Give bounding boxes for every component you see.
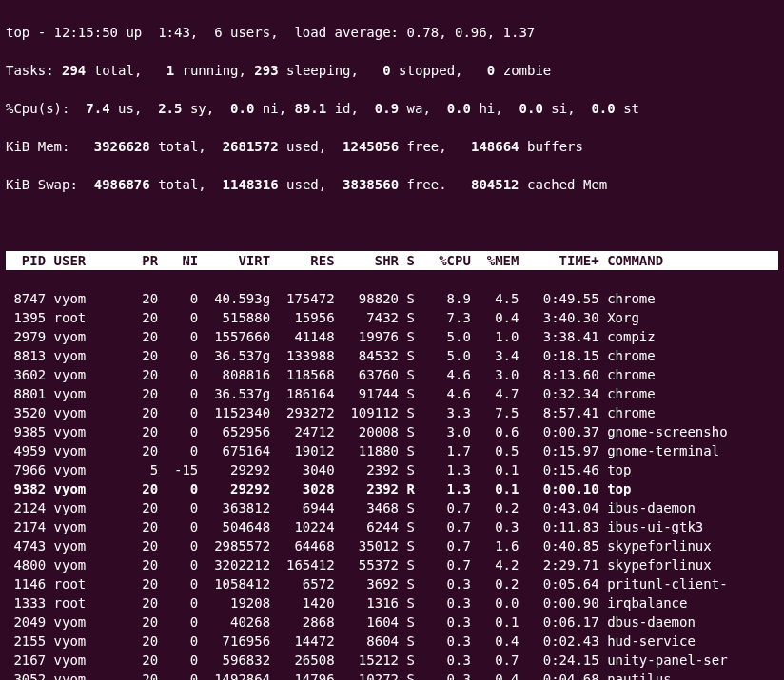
summary-line-tasks: Tasks: 294 total, 1 running, 293 sleepin… [6,61,778,80]
summary-line-top: top - 12:15:50 up 1:43, 6 users, load av… [6,23,778,42]
process-row: 2167 vyom 20 0 596832 26508 15212 S 0.3 … [6,651,778,670]
process-row: 3052 vyom 20 0 1492864 14796 10272 S 0.3… [6,670,778,680]
process-row: 2979 vyom 20 0 1557660 41148 19976 S 5.0… [6,327,778,346]
process-table-body: 8747 vyom 20 0 40.593g 175472 98820 S 8.… [6,289,778,680]
process-row: 8813 vyom 20 0 36.537g 133988 84532 S 5.… [6,346,778,365]
process-row: 2049 vyom 20 0 40268 2868 1604 S 0.3 0.1… [6,612,778,631]
summary-line-cpu: %Cpu(s): 7.4 us, 2.5 sy, 0.0 ni, 89.1 id… [6,99,778,118]
process-row: 4800 vyom 20 0 3202212 165412 55372 S 0.… [6,555,778,574]
process-row: 3520 vyom 20 0 1152340 293272 109112 S 3… [6,403,778,422]
process-row: 9385 vyom 20 0 652956 24712 20008 S 3.0 … [6,422,778,441]
process-row: 9382 vyom 20 0 29292 3028 2392 R 1.3 0.1… [6,479,778,498]
process-row: 1395 root 20 0 515880 15956 7432 S 7.3 0… [6,308,778,327]
blank-line [6,213,778,232]
process-row: 8747 vyom 20 0 40.593g 175472 98820 S 8.… [6,289,778,308]
process-row: 3602 vyom 20 0 808816 118568 63760 S 4.6… [6,365,778,384]
process-table-header: PID USER PR NI VIRT RES SHR S %CPU %MEM … [6,251,778,270]
summary-line-swap: KiB Swap: 4986876 total, 1148316 used, 3… [6,175,778,194]
process-row: 2174 vyom 20 0 504648 10224 6244 S 0.7 0… [6,517,778,536]
process-row: 7966 vyom 5 -15 29292 3040 2392 S 1.3 0.… [6,460,778,479]
process-row: 2155 vyom 20 0 716956 14472 8604 S 0.3 0… [6,631,778,651]
process-row: 1146 root 20 0 1058412 6572 3692 S 0.3 0… [6,574,778,593]
process-row: 1333 root 20 0 19208 1420 1316 S 0.3 0.0… [6,593,778,612]
summary-line-mem: KiB Mem: 3926628 total, 2681572 used, 12… [6,137,778,156]
process-row: 4959 vyom 20 0 675164 19012 11880 S 1.7 … [6,441,778,460]
process-row: 4743 vyom 20 0 2985572 64468 35012 S 0.7… [6,536,778,555]
terminal-output: top - 12:15:50 up 1:43, 6 users, load av… [0,0,784,680]
process-row: 2124 vyom 20 0 363812 6944 3468 S 0.7 0.… [6,498,778,517]
process-row: 8801 vyom 20 0 36.537g 186164 91744 S 4.… [6,384,778,403]
